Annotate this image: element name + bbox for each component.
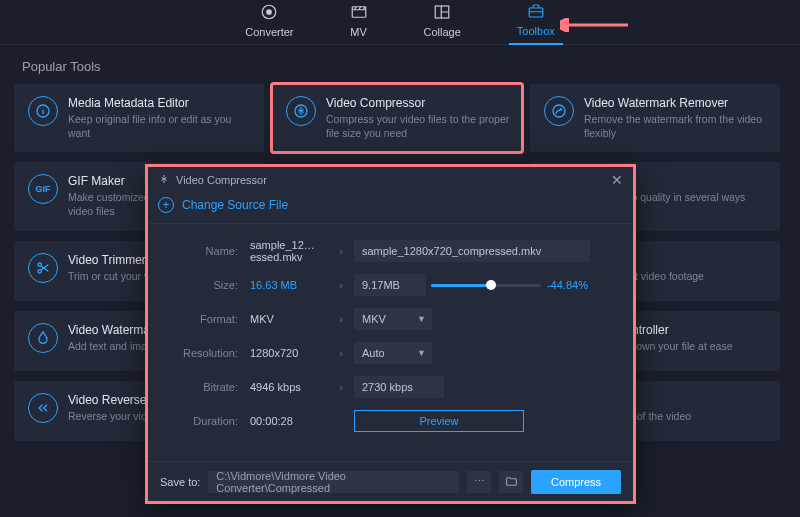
section-title: Popular Tools (0, 45, 800, 78)
compress-icon (286, 96, 316, 126)
change-source-button[interactable]: + Change Source File (148, 193, 633, 224)
card-title: Video Trimmer (68, 253, 149, 267)
resolution-select[interactable]: Auto▼ (354, 342, 432, 364)
change-source-label: Change Source File (182, 198, 288, 212)
scissors-icon (28, 253, 58, 283)
chevron-right-icon: › (328, 279, 354, 291)
label-bitrate: Bitrate: (166, 381, 238, 393)
size-percent: -44.84% (547, 279, 588, 291)
converter-icon (260, 3, 278, 23)
card-video-compressor[interactable]: Video CompressorCompress your video file… (272, 84, 522, 152)
more-button[interactable]: ⋯ (467, 471, 491, 493)
tab-label: Converter (245, 26, 293, 38)
label-duration: Duration: (166, 415, 238, 427)
bitrate-value: 2730 kbps (354, 376, 444, 398)
tab-label: MV (350, 26, 367, 38)
preview-button[interactable]: Preview (354, 410, 524, 432)
label-resolution: Resolution: (166, 347, 238, 359)
compressor-form: Name: sample_12…essed.mkv › sample_1280x… (148, 224, 633, 461)
svg-rect-4 (529, 8, 543, 17)
duration-value: 00:00:28 (238, 415, 328, 427)
svg-point-10 (38, 269, 41, 272)
compress-button[interactable]: Compress (531, 470, 621, 494)
name-original: sample_12…essed.mkv (238, 239, 328, 263)
format-select[interactable]: MKV▼ (354, 308, 432, 330)
tab-mv[interactable]: MV (342, 0, 376, 44)
svg-point-1 (267, 10, 272, 15)
plus-icon: + (158, 197, 174, 213)
tab-collage[interactable]: Collage (416, 0, 469, 44)
tab-converter[interactable]: Converter (237, 0, 301, 44)
open-folder-button[interactable] (499, 471, 523, 493)
gif-icon: GIF (28, 174, 58, 204)
mv-icon (350, 3, 368, 23)
chevron-right-icon: › (328, 347, 354, 359)
save-to-label: Save to: (160, 476, 200, 488)
format-original: MKV (238, 313, 328, 325)
tab-label: Toolbox (517, 25, 555, 37)
card-desc: Compress your video files to the proper … (326, 113, 510, 140)
card-desc: Reverse your vide (68, 410, 153, 424)
chevron-right-icon: › (328, 381, 354, 393)
card-title: Video Watermark Remover (584, 96, 768, 110)
label-format: Format: (166, 313, 238, 325)
info-icon (28, 96, 58, 126)
video-compressor-dialog: Video Compressor ✕ + Change Source File … (145, 164, 636, 504)
dialog-footer: Save to: C:\Vidmore\Vidmore Video Conver… (148, 461, 633, 501)
reverse-icon (28, 393, 58, 423)
card-title: Video Reverser (68, 393, 153, 407)
compress-icon (158, 173, 176, 187)
label-name: Name: (166, 245, 238, 257)
svg-point-9 (38, 263, 41, 266)
annotation-arrow (560, 18, 630, 32)
size-original: 16.63 MB (238, 279, 328, 291)
card-title: Video Compressor (326, 96, 510, 110)
chevron-down-icon: ▼ (417, 314, 426, 324)
size-slider[interactable] (431, 284, 541, 287)
card-watermark-remover[interactable]: Video Watermark RemoverRemove the waterm… (530, 84, 780, 152)
tab-label: Collage (424, 26, 461, 38)
save-path-field[interactable]: C:\Vidmore\Vidmore Video Converter\Compr… (208, 471, 459, 493)
chevron-right-icon: › (328, 313, 354, 325)
card-title: Video Waterma (68, 323, 153, 337)
resolution-original: 1280x720 (238, 347, 328, 359)
name-input[interactable]: sample_1280x720_compressed.mkv (354, 240, 590, 262)
drop-icon (28, 323, 58, 353)
chevron-down-icon: ▼ (417, 348, 426, 358)
card-media-metadata[interactable]: Media Metadata EditorKeep original file … (14, 84, 264, 152)
card-desc: Keep original file info or edit as you w… (68, 113, 252, 140)
close-icon[interactable]: ✕ (611, 172, 623, 188)
card-desc: Trim or cut your v (68, 270, 149, 284)
dialog-header: Video Compressor ✕ (148, 167, 633, 193)
card-desc: Add text and imag (68, 340, 153, 354)
slider-fill (431, 284, 492, 287)
bitrate-original: 4946 kbps (238, 381, 328, 393)
card-title: Media Metadata Editor (68, 96, 252, 110)
collage-icon (433, 3, 451, 23)
toolbox-icon (527, 2, 545, 22)
size-input[interactable]: 9.17MB (354, 274, 426, 296)
watermark-remove-icon (544, 96, 574, 126)
dialog-title: Video Compressor (176, 174, 267, 186)
tab-toolbox[interactable]: Toolbox (509, 0, 563, 45)
chevron-right-icon: › (328, 245, 354, 257)
card-desc: Remove the watermark from the video flex… (584, 113, 768, 140)
slider-thumb[interactable] (486, 280, 496, 290)
label-size: Size: (166, 279, 238, 291)
top-tabs: Converter MV Collage Toolbox (0, 0, 800, 45)
